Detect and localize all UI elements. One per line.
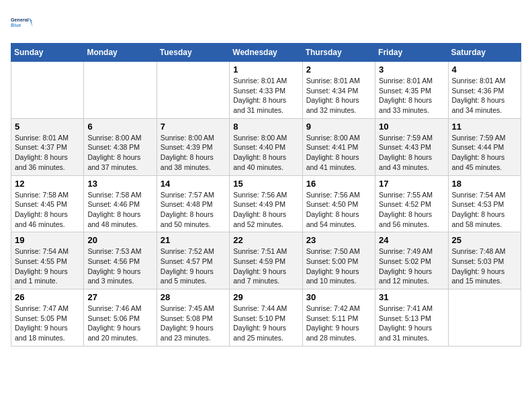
calendar-cell: 26 Sunrise: 7:47 AM Sunset: 5:05 PM Dayl…: [11, 289, 84, 347]
daylight-text: Daylight: 8 hours and 34 minutes.: [452, 96, 505, 114]
day-info: Sunrise: 7:42 AM Sunset: 5:11 PM Dayligh…: [306, 304, 371, 343]
day-info: Sunrise: 8:00 AM Sunset: 4:39 PM Dayligh…: [161, 133, 226, 173]
day-number: 23: [306, 235, 371, 245]
weekday-header: Tuesday: [157, 44, 229, 62]
calendar-cell: 15 Sunrise: 7:56 AM Sunset: 4:49 PM Dayl…: [230, 175, 302, 232]
day-number: 26: [15, 292, 80, 302]
daylight-text: Daylight: 9 hours and 28 minutes.: [306, 324, 359, 342]
daylight-text: Daylight: 9 hours and 5 minutes.: [161, 267, 214, 285]
daylight-text: Daylight: 8 hours and 43 minutes.: [379, 153, 432, 171]
day-number: 19: [15, 235, 80, 245]
day-info: Sunrise: 7:41 AM Sunset: 5:13 PM Dayligh…: [379, 304, 444, 343]
daylight-text: Daylight: 8 hours and 56 minutes.: [379, 210, 432, 228]
day-info: Sunrise: 8:01 AM Sunset: 4:36 PM Dayligh…: [452, 76, 517, 116]
daylight-text: Daylight: 9 hours and 20 minutes.: [87, 324, 140, 342]
daylight-text: Daylight: 8 hours and 36 minutes.: [15, 153, 68, 171]
sunset-text: Sunset: 4:39 PM: [161, 143, 213, 151]
calendar-cell: 11 Sunrise: 7:59 AM Sunset: 4:44 PM Dayl…: [448, 118, 521, 175]
calendar-cell: 25 Sunrise: 7:48 AM Sunset: 5:03 PM Dayl…: [448, 232, 521, 289]
day-info: Sunrise: 7:56 AM Sunset: 4:49 PM Dayligh…: [233, 190, 298, 230]
day-info: Sunrise: 7:58 AM Sunset: 4:45 PM Dayligh…: [15, 190, 80, 230]
svg-text:General: General: [11, 17, 29, 23]
day-info: Sunrise: 7:51 AM Sunset: 4:59 PM Dayligh…: [233, 246, 298, 286]
calendar-cell: 2 Sunrise: 8:01 AM Sunset: 4:34 PM Dayli…: [302, 62, 375, 119]
daylight-text: Daylight: 9 hours and 12 minutes.: [379, 267, 432, 285]
daylight-text: Daylight: 8 hours and 54 minutes.: [306, 210, 359, 228]
day-number: 25: [452, 235, 517, 245]
sunset-text: Sunset: 4:41 PM: [306, 143, 359, 151]
weekday-header: Monday: [84, 44, 157, 62]
weekday-header: Saturday: [448, 44, 521, 62]
sunrise-text: Sunrise: 7:54 AM: [15, 247, 69, 255]
sunrise-text: Sunrise: 8:01 AM: [452, 77, 506, 85]
logo: GeneralBlue: [11, 11, 35, 35]
day-info: Sunrise: 8:00 AM Sunset: 4:40 PM Dayligh…: [233, 133, 298, 173]
sunset-text: Sunset: 5:03 PM: [452, 257, 504, 265]
day-number: 3: [379, 64, 444, 75]
day-number: 4: [452, 64, 517, 75]
calendar-cell: [84, 62, 157, 119]
day-number: 1: [233, 64, 298, 75]
sunrise-text: Sunrise: 7:41 AM: [379, 304, 433, 312]
day-info: Sunrise: 7:45 AM Sunset: 5:08 PM Dayligh…: [161, 304, 226, 343]
sunrise-text: Sunrise: 7:55 AM: [379, 191, 433, 199]
sunset-text: Sunset: 4:59 PM: [233, 257, 285, 265]
day-info: Sunrise: 7:52 AM Sunset: 4:57 PM Dayligh…: [161, 246, 226, 286]
calendar-cell: 8 Sunrise: 8:00 AM Sunset: 4:40 PM Dayli…: [230, 118, 302, 175]
day-info: Sunrise: 7:47 AM Sunset: 5:05 PM Dayligh…: [15, 304, 80, 343]
sunset-text: Sunset: 4:38 PM: [87, 143, 140, 151]
sunset-text: Sunset: 4:56 PM: [87, 257, 140, 265]
calendar-cell: 13 Sunrise: 7:58 AM Sunset: 4:46 PM Dayl…: [84, 175, 157, 232]
day-info: Sunrise: 7:56 AM Sunset: 4:50 PM Dayligh…: [306, 190, 371, 230]
day-info: Sunrise: 7:49 AM Sunset: 5:02 PM Dayligh…: [379, 246, 444, 286]
day-info: Sunrise: 7:50 AM Sunset: 5:00 PM Dayligh…: [306, 246, 371, 286]
calendar-cell: 23 Sunrise: 7:50 AM Sunset: 5:00 PM Dayl…: [302, 232, 375, 289]
daylight-text: Daylight: 9 hours and 15 minutes.: [452, 267, 505, 285]
daylight-text: Daylight: 8 hours and 52 minutes.: [233, 210, 286, 228]
daylight-text: Daylight: 8 hours and 45 minutes.: [452, 153, 505, 171]
calendar-cell: 14 Sunrise: 7:57 AM Sunset: 4:48 PM Dayl…: [157, 175, 229, 232]
sunrise-text: Sunrise: 8:01 AM: [379, 77, 433, 85]
sunrise-text: Sunrise: 7:45 AM: [161, 304, 214, 312]
daylight-text: Daylight: 9 hours and 10 minutes.: [306, 267, 359, 285]
logo-icon: GeneralBlue: [11, 11, 35, 35]
sunset-text: Sunset: 4:53 PM: [452, 200, 504, 208]
sunset-text: Sunset: 4:43 PM: [379, 143, 431, 151]
sunrise-text: Sunrise: 7:51 AM: [233, 247, 287, 255]
calendar-cell: 31 Sunrise: 7:41 AM Sunset: 5:13 PM Dayl…: [375, 289, 448, 347]
sunset-text: Sunset: 5:13 PM: [379, 314, 431, 322]
sunset-text: Sunset: 4:34 PM: [306, 87, 359, 95]
calendar-week-row: 1 Sunrise: 8:01 AM Sunset: 4:33 PM Dayli…: [11, 62, 521, 119]
sunset-text: Sunset: 4:50 PM: [306, 200, 359, 208]
day-number: 6: [87, 122, 152, 132]
sunrise-text: Sunrise: 7:59 AM: [379, 134, 433, 142]
sunrise-text: Sunrise: 8:01 AM: [306, 77, 360, 85]
sunrise-text: Sunrise: 7:58 AM: [87, 191, 141, 199]
day-info: Sunrise: 7:55 AM Sunset: 4:52 PM Dayligh…: [379, 190, 444, 230]
sunrise-text: Sunrise: 7:53 AM: [87, 247, 141, 255]
day-info: Sunrise: 8:01 AM Sunset: 4:34 PM Dayligh…: [306, 76, 371, 116]
day-number: 16: [306, 179, 371, 189]
sunrise-text: Sunrise: 7:52 AM: [161, 247, 214, 255]
calendar-cell: 3 Sunrise: 8:01 AM Sunset: 4:35 PM Dayli…: [375, 62, 448, 119]
day-info: Sunrise: 7:57 AM Sunset: 4:48 PM Dayligh…: [161, 190, 226, 230]
day-number: 31: [379, 292, 444, 302]
sunset-text: Sunset: 4:33 PM: [233, 87, 285, 95]
day-info: Sunrise: 8:00 AM Sunset: 4:38 PM Dayligh…: [87, 133, 152, 173]
weekday-header: Sunday: [11, 44, 84, 62]
calendar-week-row: 26 Sunrise: 7:47 AM Sunset: 5:05 PM Dayl…: [11, 289, 521, 347]
calendar-week-row: 19 Sunrise: 7:54 AM Sunset: 4:55 PM Dayl…: [11, 232, 521, 289]
daylight-text: Daylight: 8 hours and 48 minutes.: [87, 210, 140, 228]
calendar-cell: 20 Sunrise: 7:53 AM Sunset: 4:56 PM Dayl…: [84, 232, 157, 289]
sunrise-text: Sunrise: 7:59 AM: [452, 134, 506, 142]
sunrise-text: Sunrise: 7:50 AM: [306, 247, 360, 255]
sunrise-text: Sunrise: 7:56 AM: [233, 191, 287, 199]
day-number: 9: [306, 122, 371, 132]
weekday-header-row: SundayMondayTuesdayWednesdayThursdayFrid…: [11, 44, 521, 62]
sunrise-text: Sunrise: 7:57 AM: [161, 191, 214, 199]
weekday-header: Friday: [375, 44, 448, 62]
daylight-text: Daylight: 8 hours and 40 minutes.: [233, 153, 286, 171]
day-number: 12: [15, 179, 80, 189]
calendar-cell: 1 Sunrise: 8:01 AM Sunset: 4:33 PM Dayli…: [230, 62, 302, 119]
sunrise-text: Sunrise: 8:00 AM: [87, 134, 141, 142]
